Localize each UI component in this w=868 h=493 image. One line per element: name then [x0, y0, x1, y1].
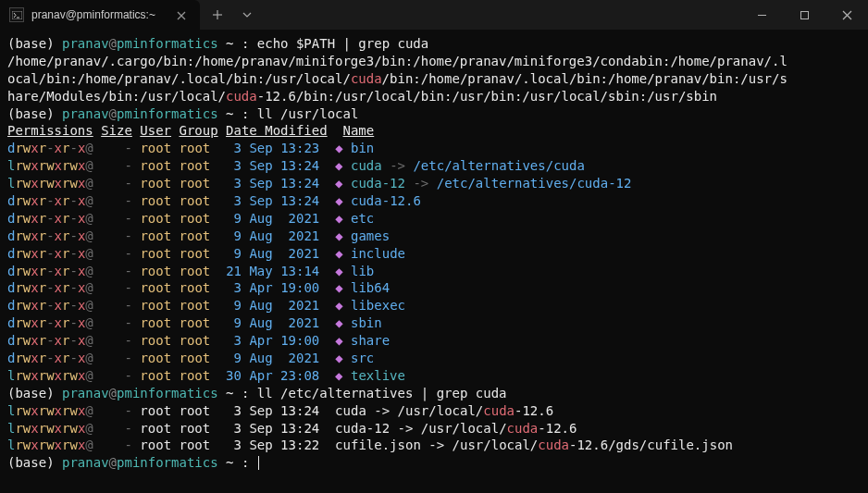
terminal-line: lrwxrwxrwx@ - root root 3 Sep 13:24 cuda…	[7, 402, 861, 420]
close-tab-icon[interactable]	[176, 8, 189, 21]
terminal-line: ocal/bin:/home/pranav/.local/bin:/usr/lo…	[7, 70, 861, 88]
tab-actions	[200, 2, 261, 28]
terminal-line: drwxr-xr-x@ - root root 9 Aug 2021 ◆ src	[7, 350, 861, 367]
terminal-line: drwxr-xr-x@ - root root 3 Sep 13:24 ◆ cu…	[7, 192, 861, 210]
terminal-line: drwxr-xr-x@ - root root 3 Sep 13:23 ◆ bi…	[7, 140, 861, 157]
terminal-line: (base) pranav@pminformatics ~ : ll /usr/…	[7, 105, 861, 123]
tab[interactable]: pranav@pminformatics:~	[0, 0, 200, 30]
terminal-line: /home/pranav/.cargo/bin:/home/pranav/min…	[7, 53, 861, 70]
svg-rect-0	[12, 11, 22, 19]
terminal-line: drwxr-xr-x@ - root root 3 Apr 19:00 ◆ li…	[7, 279, 861, 297]
terminal-line: drwxr-xr-x@ - root root 9 Aug 2021 ◆ etc	[7, 210, 861, 228]
terminal-line: drwxr-xr-x@ - root root 9 Aug 2021 ◆ gam…	[7, 228, 861, 245]
terminal-line: hare/Modules/bin:/usr/local/cuda-12.6/bi…	[7, 88, 861, 105]
terminal-line: lrwxrwxrwx@ - root root 3 Sep 13:24 cuda…	[7, 420, 861, 438]
maximize-button[interactable]	[783, 0, 825, 30]
terminal-line: drwxr-xr-x@ - root root 21 May 13:14 ◆ l…	[7, 263, 861, 280]
new-tab-button[interactable]	[204, 2, 231, 28]
window-controls	[740, 0, 868, 30]
terminal-line: lrwxrwxrwx@ - root root 30 Apr 23:08 ◆ t…	[7, 367, 861, 385]
tab-title: pranav@pminformatics:~	[31, 7, 168, 22]
terminal-content[interactable]: (base) pranav@pminformatics ~ : echo $PA…	[0, 30, 868, 477]
terminal-line: drwxr-xr-x@ - root root 9 Aug 2021 ◆ sbi…	[7, 314, 861, 332]
terminal-line: lrwxrwxrwx@ - root root 3 Sep 13:24 ◆ cu…	[7, 157, 861, 175]
terminal-line: drwxr-xr-x@ - root root 9 Aug 2021 ◆ lib…	[7, 297, 861, 314]
terminal-line: lrwxrwxrwx@ - root root 3 Sep 13:22 cufi…	[7, 437, 861, 454]
dropdown-button[interactable]	[233, 2, 261, 28]
cursor	[258, 456, 259, 470]
terminal-line: (base) pranav@pminformatics ~ :	[7, 454, 861, 472]
titlebar: pranav@pminformatics:~	[0, 0, 868, 30]
terminal-line: lrwxrwxrwx@ - root root 3 Sep 13:24 ◆ cu…	[7, 175, 861, 192]
minimize-button[interactable]	[740, 0, 783, 30]
close-button[interactable]	[825, 0, 868, 30]
terminal-line: (base) pranav@pminformatics ~ : ll /etc/…	[7, 385, 861, 402]
terminal-line: drwxr-xr-x@ - root root 9 Aug 2021 ◆ inc…	[7, 245, 861, 263]
terminal-line: (base) pranav@pminformatics ~ : echo $PA…	[7, 35, 861, 53]
terminal-line: Permissions Size User Group Date Modifie…	[7, 122, 861, 140]
svg-rect-7	[800, 11, 808, 18]
terminal-line: drwxr-xr-x@ - root root 3 Apr 19:00 ◆ sh…	[7, 332, 861, 350]
terminal-icon	[9, 7, 24, 22]
